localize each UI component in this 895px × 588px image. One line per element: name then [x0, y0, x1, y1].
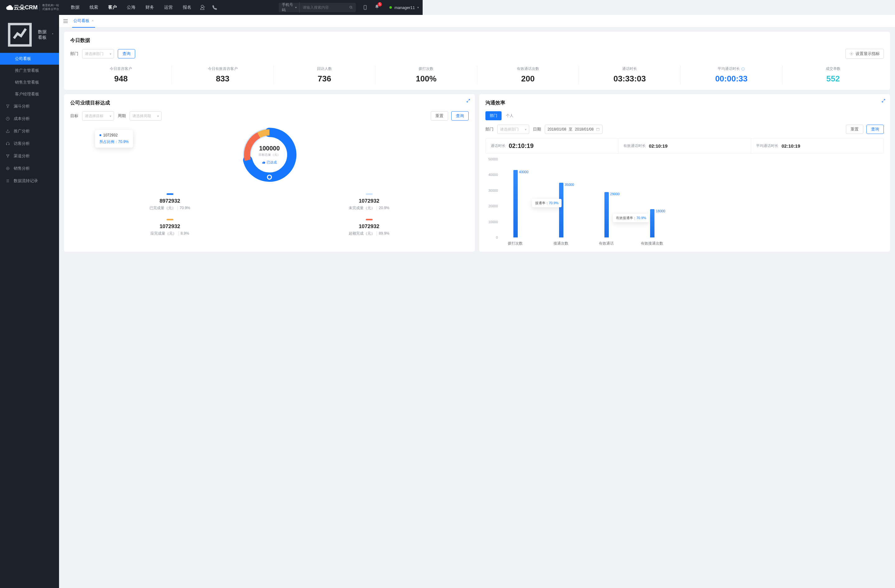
search-bar: 手机号码▾ [279, 3, 356, 12]
tab-company-board[interactable]: 公司看板✕ [72, 15, 95, 28]
sidebar-visitor[interactable]: 访客分析 [0, 137, 59, 150]
sidebar-group-dashboard[interactable]: 数据看板 ˄ [0, 17, 59, 53]
today-title: 今日数据 [70, 37, 423, 44]
search-input[interactable] [300, 5, 349, 10]
nav-customers[interactable]: 客户 [108, 0, 117, 15]
sidebar-flow[interactable]: 数据流转记录 [0, 175, 59, 187]
page-tabs: 公司看板✕ [59, 15, 423, 27]
dept-select[interactable]: 请选择部门▾ [82, 49, 114, 58]
logo: 云朵CRM 教育机构一站式服务云平台 [4, 4, 64, 11]
donut-chart: 1072932 所占比例：70.9% 100000 目标总量（元） 已达成 [70, 124, 423, 186]
svg-point-2 [365, 9, 366, 9]
chevron-up-icon: ˄ [52, 33, 53, 36]
sidebar-item-promo-mgr[interactable]: 推广主管看板 [0, 65, 59, 76]
username: manager11 [394, 5, 415, 10]
period-select[interactable]: 请选择周期▾ [130, 111, 162, 121]
top-nav: 数据 线索 客户 公海 财务 运营 报名 [70, 0, 192, 15]
nav-ops[interactable]: 运营 [164, 0, 173, 15]
sidebar-cost[interactable]: 成本分析 [0, 112, 59, 125]
dept-label: 部门 [70, 51, 78, 56]
mobile-icon[interactable] [363, 5, 368, 10]
target-card: 公司业绩目标达成 目标 请选择目标▾ 周期 请选择周期▾ 重置 查询 10729… [64, 94, 423, 252]
legend-item: 1072932未完成量（元）20.9% [269, 193, 423, 211]
add-user-icon[interactable] [200, 5, 205, 10]
target-title: 公司业绩目标达成 [70, 100, 423, 106]
sidebar: 数据看板 ˄ 公司看板 推广主管看板 销售主管看板 客户经理看板 漏斗分析 成本… [0, 15, 59, 279]
legend-item: 1072932超额完成（元）89.9% [269, 219, 423, 236]
nav-finance[interactable]: 财务 [145, 0, 155, 15]
network-icon [6, 154, 10, 158]
sidebar-item-sales-mgr[interactable]: 销售主管看板 [0, 76, 59, 88]
stat-cell: 今日首咨客户948 [70, 65, 172, 84]
stat-cell: 回访人数736 [274, 65, 375, 84]
hamburger-icon[interactable] [64, 19, 68, 23]
target-icon [6, 166, 10, 171]
today-stats: 今日首咨客户948今日有效首咨客户833回访人数736拨打次数100%有效通话次… [70, 65, 423, 84]
today-query-button[interactable]: 查询 [118, 49, 135, 58]
period-label: 周期 [118, 113, 126, 119]
today-card: 今日数据 部门 请选择部门▾ 查询 设置显示指标 今日首咨客户948今日有效首咨… [64, 32, 423, 90]
legend-item: 8972932已完成量（元）70.9% [70, 193, 269, 211]
list-icon [6, 179, 10, 183]
dashboard-icon [6, 21, 34, 49]
nav-signup[interactable]: 报名 [182, 0, 192, 15]
user-menu[interactable]: manager11 ▾ [389, 5, 419, 10]
top-header: 云朵CRM 教育机构一站式服务云平台 数据 线索 客户 公海 财务 运营 报名 … [0, 0, 423, 15]
sidebar-channel[interactable]: 渠道分析 [0, 150, 59, 162]
top-action-icons [200, 5, 217, 10]
stat-cell: 今日有效首咨客户833 [172, 65, 273, 84]
goal-select[interactable]: 请选择目标▾ [82, 111, 114, 121]
sidebar-item-account-mgr[interactable]: 客户经理看板 [0, 88, 59, 100]
headset-icon [6, 141, 10, 146]
svg-point-7 [8, 157, 8, 157]
phone-icon[interactable] [212, 5, 217, 10]
search-type-select[interactable]: 手机号码▾ [282, 2, 299, 13]
notifications[interactable]: 5 [375, 4, 379, 11]
sidebar-promo[interactable]: 推广分析 [0, 125, 59, 137]
logo-tagline: 教育机构一站式服务云平台 [39, 4, 59, 11]
clock-icon [6, 117, 10, 121]
nav-data[interactable]: 数据 [70, 0, 80, 15]
share-icon [6, 129, 10, 133]
status-dot-icon [389, 6, 392, 9]
main-area: 公司看板✕ 今日数据 部门 请选择部门▾ 查询 设置显示指标 今日首咨客户948… [59, 15, 423, 279]
thumbs-up-icon [262, 161, 265, 164]
funnel-icon [6, 104, 10, 108]
goal-label: 目标 [70, 113, 78, 119]
sidebar-funnel[interactable]: 漏斗分析 [0, 100, 59, 112]
svg-point-9 [7, 168, 8, 169]
logo-mark: 云朵CRM [6, 4, 38, 11]
search-icon[interactable] [349, 5, 353, 10]
sidebar-sales[interactable]: 销售分析 [0, 162, 59, 175]
donut-center: 100000 目标总量（元） 已达成 [259, 145, 280, 165]
nav-leads[interactable]: 线索 [89, 0, 99, 15]
stat-cell: 拨打次数100% [375, 65, 423, 84]
svg-point-0 [350, 6, 352, 8]
chevron-down-icon: ▾ [417, 6, 419, 9]
nav-public[interactable]: 公海 [126, 0, 136, 15]
donut-tooltip: 1072932 所占比例：70.9% [95, 130, 133, 148]
svg-point-17 [268, 176, 271, 179]
notif-badge: 5 [378, 2, 382, 6]
header-tools: 5 manager11 ▾ [363, 4, 419, 11]
svg-point-8 [6, 167, 9, 170]
close-icon[interactable]: ✕ [91, 19, 94, 23]
target-legend: 8972932已完成量（元）70.9%1072932未完成量（元）20.9%10… [70, 193, 423, 236]
legend-item: 1072932应完成量（元）8.9% [70, 219, 269, 236]
sidebar-item-company[interactable]: 公司看板 [0, 53, 59, 65]
